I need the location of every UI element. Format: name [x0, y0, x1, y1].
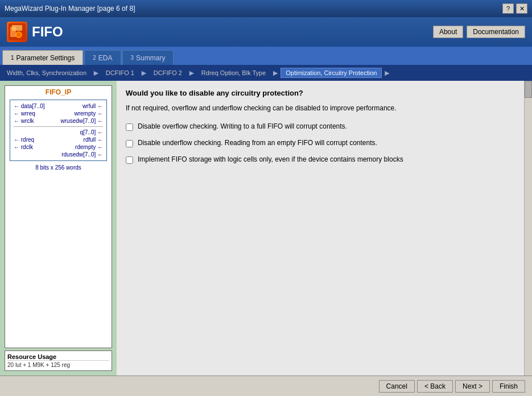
breadcrumb: Width, Clks, Synchronization ► DCFIFO 1 … [0, 65, 532, 81]
scrollbar-thumb[interactable] [525, 81, 532, 98]
bc-dcfifo1[interactable]: DCFIFO 1 [101, 68, 139, 77]
main-content: FIFO_IP ← data[7..0] wrfull ← ← wrreq wr… [0, 81, 532, 376]
help-button[interactable]: ? [502, 3, 514, 14]
about-button[interactable]: About [433, 26, 463, 38]
overflow-checkbox[interactable] [126, 123, 133, 131]
port-rdused: rdusedw[7..0] ← [14, 151, 103, 158]
bc-arrow-4: ► [270, 68, 281, 77]
bc-arrow-5: ► [382, 68, 392, 77]
logic-cells-checkbox[interactable] [126, 156, 133, 164]
option-logic-cells: Implement FIFO storage with logic cells … [126, 155, 523, 164]
port-data: ← data[7..0] wrfull ← [14, 102, 103, 110]
port-rdclk: ← rdclk rdempty ← [14, 143, 103, 151]
left-panel: FIFO_IP ← data[7..0] wrfull ← ← wrreq wr… [0, 81, 117, 376]
next-button[interactable]: Next > [455, 380, 490, 393]
bc-width-clks[interactable]: Width, Clks, Synchronization [2, 68, 91, 77]
bc-arrow-1: ► [91, 68, 101, 77]
diagram-title: FIFO_IP [7, 88, 109, 96]
bc-arrow-2: ► [139, 68, 149, 77]
underflow-label: Disable underflow checking. Reading from… [138, 139, 377, 147]
logo-icon [7, 22, 27, 42]
finish-button[interactable]: Finish [492, 380, 525, 393]
title-bar: MegaWizard Plug-In Manager [page 6 of 8]… [0, 0, 532, 17]
header-buttons: About Documentation [433, 26, 525, 38]
back-button[interactable]: < Back [417, 380, 453, 393]
logo-area: FIFO [7, 22, 63, 42]
resource-usage: Resource Usage 20 lut + 1 M9K + 125 reg [5, 350, 112, 371]
question-text: Would you like to disable any circuitry … [126, 89, 523, 97]
resource-usage-title: Resource Usage [7, 353, 109, 361]
cancel-button[interactable]: Cancel [379, 380, 415, 393]
bc-optimization[interactable]: Optimization, Circuitry Protection [281, 68, 382, 78]
right-panel: Would you like to disable any circuitry … [117, 81, 532, 376]
svg-rect-2 [12, 25, 22, 31]
close-button[interactable]: ✕ [516, 3, 527, 14]
bottom-bar: Cancel < Back Next > Finish [0, 376, 532, 396]
underflow-checkbox[interactable] [126, 140, 133, 147]
tab-summary[interactable]: 3 Summary [122, 50, 174, 65]
bc-arrow-3: ► [187, 68, 197, 77]
bc-rdreq[interactable]: Rdreq Option, Blk Type [197, 68, 271, 77]
bc-dcfifo2[interactable]: DCFIFO 2 [149, 68, 187, 77]
tabs: 1 Parameter Settings 2 EDA 3 Summary [0, 47, 532, 65]
window-title: MegaWizard Plug-In Manager [page 6 of 8] [5, 5, 135, 13]
logic-cells-label: Implement FIFO storage with logic cells … [138, 155, 403, 163]
documentation-button[interactable]: Documentation [467, 26, 525, 38]
overflow-label: Disable overflow checking. Writing to a … [138, 122, 347, 130]
port-wrreq: ← wrreq wrempty ← [14, 110, 103, 117]
port-wrclk: ← wrclk wrusedw[7..0] ← [14, 117, 103, 125]
port-q: q[7..0] ← [14, 129, 103, 136]
fifo-spec: 8 bits x 256 words [7, 164, 109, 171]
info-text: If not required, overflow and underflow … [126, 103, 523, 113]
port-rdreq: ← rdreq rdfull ← [14, 136, 103, 143]
option-overflow: Disable overflow checking. Writing to a … [126, 122, 523, 131]
header: FIFO About Documentation [0, 17, 532, 47]
fifo-diagram: FIFO_IP ← data[7..0] wrfull ← ← wrreq wr… [5, 85, 112, 348]
fifo-title: FIFO [32, 24, 63, 40]
svg-point-3 [16, 32, 22, 38]
window-controls: ? ✕ [502, 3, 527, 14]
tab-eda[interactable]: 2 EDA [84, 50, 121, 65]
resource-usage-value: 20 lut + 1 M9K + 125 reg [7, 362, 109, 368]
option-underflow: Disable underflow checking. Reading from… [126, 139, 523, 147]
tab-parameter-settings[interactable]: 1 Parameter Settings [2, 50, 83, 65]
scrollbar-track[interactable] [524, 81, 532, 376]
